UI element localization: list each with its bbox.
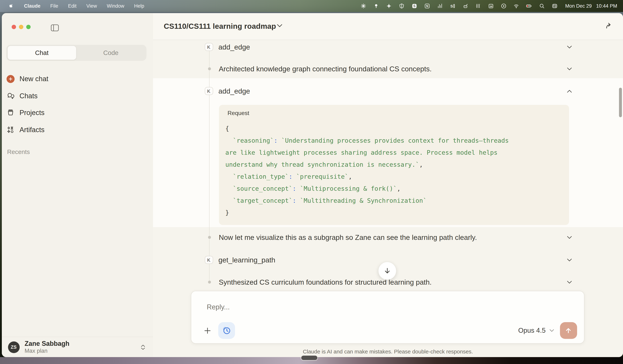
- svg-text:29: 29: [490, 5, 492, 8]
- sidebar-toggle-icon[interactable]: [50, 24, 59, 32]
- thought-row[interactable]: Architected knowledge graph connecting f…: [204, 63, 572, 75]
- avatar: ZS: [8, 341, 20, 353]
- robot-icon[interactable]: [463, 3, 468, 9]
- chevron-down-icon[interactable]: [567, 281, 572, 284]
- extended-thinking-button[interactable]: [218, 322, 235, 339]
- traffic-lights: [11, 25, 30, 29]
- tool-request-card: Request { `reasoning`: `Understanding pr…: [219, 105, 569, 225]
- tool-name: add_edge: [218, 87, 567, 95]
- s-badge-icon[interactable]: S: [412, 3, 417, 9]
- chats-icon: [6, 92, 14, 100]
- conversation-header: CS110/CS111 learning roadmap: [153, 13, 623, 40]
- menu-item-claude[interactable]: Claude: [24, 3, 41, 9]
- burst-icon[interactable]: [360, 3, 366, 9]
- scrollbar[interactable]: [619, 88, 622, 117]
- thought-row[interactable]: Now let me visualize this as a subgraph …: [204, 231, 572, 243]
- model-chevron-down-icon[interactable]: [549, 329, 554, 332]
- tab-code[interactable]: Code: [76, 46, 145, 60]
- chevron-down-icon[interactable]: [567, 67, 572, 70]
- menu-item-edit[interactable]: Edit: [68, 3, 77, 9]
- wifi-icon[interactable]: [513, 3, 519, 9]
- user-plan: Max plan: [24, 348, 69, 354]
- thought-text: Architected knowledge graph connecting f…: [219, 65, 567, 73]
- menu-time[interactable]: 10:44 PM: [596, 3, 617, 9]
- projects-icon: [6, 109, 14, 117]
- user-name: Zane Sabbagh: [24, 340, 69, 348]
- step-dot-icon: [208, 67, 211, 70]
- sparkle-icon[interactable]: [386, 3, 392, 9]
- share-icon[interactable]: [605, 22, 613, 30]
- nav-label: Projects: [20, 109, 44, 117]
- attach-plus-button[interactable]: [203, 326, 211, 335]
- menu-item-help[interactable]: Help: [134, 3, 144, 9]
- request-label: Request: [227, 110, 249, 117]
- tool-call-row[interactable]: K add_edge: [204, 41, 572, 53]
- minimize-window-button[interactable]: [19, 25, 23, 29]
- menu-bar: Claude File Edit View Window Help SNS29 …: [0, 0, 623, 12]
- chevron-down-icon[interactable]: [567, 45, 572, 49]
- tab-chat[interactable]: Chat: [7, 45, 76, 60]
- control-center-icon[interactable]: [552, 3, 557, 9]
- tool-badge: K: [204, 43, 213, 51]
- s-bar-icon[interactable]: S: [450, 3, 456, 9]
- keyhole-icon[interactable]: [373, 3, 379, 9]
- user-menu[interactable]: ZS Zane Sabbagh Max plan: [2, 337, 153, 357]
- shield-icon[interactable]: [399, 3, 405, 9]
- scroll-to-bottom-button[interactable]: [378, 262, 396, 280]
- tool-call-row-expanded[interactable]: K add_edge: [204, 85, 572, 97]
- n-badge-icon[interactable]: N: [424, 3, 430, 9]
- chevron-up-icon[interactable]: [567, 89, 572, 93]
- menu-item-view[interactable]: View: [86, 3, 97, 9]
- close-window-button[interactable]: [11, 25, 16, 29]
- bars-icon[interactable]: [437, 3, 443, 9]
- tool-name: get_learning_path: [218, 256, 567, 264]
- svg-text:N: N: [426, 4, 428, 8]
- chevron-down-icon[interactable]: [567, 236, 572, 239]
- battery-charging-icon[interactable]: [526, 3, 532, 9]
- reply-input[interactable]: Reply...: [207, 303, 230, 311]
- conversation-title[interactable]: CS110/CS111 learning roadmap: [164, 22, 276, 31]
- thought-text: Now let me visualize this as a subgraph …: [219, 233, 567, 242]
- step-dot-icon: [208, 281, 211, 283]
- plus-circle-icon: [6, 75, 14, 83]
- whisk-icon[interactable]: [475, 3, 481, 9]
- sidebar-item-projects[interactable]: Projects: [2, 104, 153, 121]
- disclaimer-text: Claude is AI and can make mistakes. Plea…: [153, 348, 623, 355]
- clock-icon: [222, 326, 231, 335]
- spotlight-search-icon[interactable]: [539, 3, 545, 9]
- send-button[interactable]: [560, 322, 577, 339]
- nav-label: Artifacts: [20, 126, 44, 134]
- menu-date[interactable]: Mon Dec 29: [565, 3, 592, 9]
- window-resize-handle[interactable]: [301, 356, 317, 360]
- svg-text:S: S: [413, 4, 416, 8]
- sidebar-item-chats[interactable]: Chats: [2, 87, 153, 104]
- nav-label: New chat: [20, 75, 48, 83]
- play-circle-icon[interactable]: [501, 3, 507, 9]
- sidebar-item-artifacts[interactable]: Artifacts: [2, 121, 153, 138]
- timeline-line: [209, 47, 209, 282]
- tool-badge: K: [204, 87, 213, 95]
- artifacts-icon: [6, 126, 14, 134]
- claude-window: Chat Code New chat: [2, 13, 623, 357]
- sidebar-item-new-chat[interactable]: New chat: [2, 71, 153, 87]
- chevron-up-down-icon[interactable]: [141, 344, 145, 350]
- chat-code-tabs: Chat Code: [6, 45, 146, 61]
- desktop: Claude File Edit View Window Help SNS29 …: [0, 0, 623, 364]
- calendar-29-icon[interactable]: 29: [488, 3, 494, 9]
- zoom-window-button[interactable]: [26, 25, 30, 29]
- reply-composer[interactable]: Reply...: [191, 291, 584, 344]
- chevron-down-icon[interactable]: [567, 258, 572, 262]
- title-chevron-down-icon[interactable]: [277, 24, 282, 27]
- apple-icon[interactable]: [9, 3, 14, 9]
- step-dot-icon: [208, 236, 211, 239]
- recents-heading: Recents: [7, 148, 30, 156]
- main-panel: CS110/CS111 learning roadmap K add_edge: [153, 13, 623, 357]
- menu-item-file[interactable]: File: [50, 3, 58, 9]
- request-json: { `reasoning`: `Understanding processes …: [225, 123, 562, 219]
- sidebar: Chat Code New chat: [2, 13, 153, 357]
- status-icons: SNS29 Mon Dec 29 10:44 PM: [360, 3, 623, 9]
- nav-label: Chats: [20, 92, 38, 100]
- svg-text:S: S: [450, 4, 453, 8]
- menu-item-window[interactable]: Window: [107, 3, 124, 9]
- model-selector[interactable]: Opus 4.5: [518, 326, 546, 335]
